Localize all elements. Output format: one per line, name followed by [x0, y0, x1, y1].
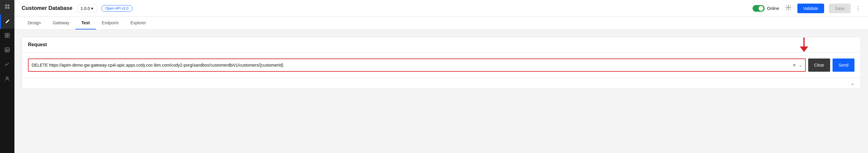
tab-endpoint[interactable]: Endpoint — [96, 17, 124, 29]
tab-test[interactable]: Test — [75, 17, 96, 29]
svg-rect-1 — [7, 4, 9, 6]
tab-gateway[interactable]: Gateway — [47, 17, 75, 29]
more-options-icon[interactable]: ⋮ — [856, 5, 861, 12]
url-input-wrapper: ✕ ⌄ — [28, 59, 806, 72]
settings-icon[interactable] — [784, 3, 793, 13]
svg-rect-8 — [5, 48, 9, 52]
svg-rect-0 — [5, 4, 7, 6]
svg-point-13 — [787, 7, 789, 8]
open-api-badge[interactable]: Open API v2.0 — [101, 5, 132, 12]
tab-explorer[interactable]: Explorer — [124, 17, 152, 29]
request-section: Request ✕ ⌄ — [22, 37, 861, 89]
sidebar-item-table[interactable] — [0, 43, 14, 58]
table-icon — [4, 47, 10, 54]
url-clear-icon[interactable]: ✕ — [792, 62, 797, 68]
version-dropdown[interactable]: 1.0.0 ▾ — [77, 4, 96, 12]
tab-design[interactable]: Design — [22, 17, 47, 29]
clear-button[interactable]: Clear — [808, 59, 830, 72]
arrow-indicator — [798, 37, 810, 54]
save-button[interactable]: Save — [829, 4, 850, 13]
svg-marker-15 — [800, 46, 808, 52]
url-input[interactable] — [32, 63, 792, 68]
header: Customer Database 1.0.0 ▾ Open API v2.0 … — [14, 0, 868, 17]
sidebar-item-home[interactable] — [0, 0, 14, 14]
url-row: ✕ ⌄ Clear Send — [28, 59, 855, 72]
svg-rect-6 — [5, 36, 7, 38]
sidebar-item-grid[interactable] — [0, 29, 14, 43]
sidebar-item-edit[interactable] — [0, 14, 14, 29]
online-label: Online — [767, 6, 779, 11]
tab-bar: Design Gateway Test Endpoint Explorer — [14, 17, 868, 30]
url-controls: ✕ ⌄ — [792, 62, 802, 68]
svg-rect-4 — [5, 33, 7, 35]
svg-rect-2 — [5, 7, 7, 9]
svg-rect-7 — [7, 36, 9, 38]
sidebar-item-chart[interactable] — [0, 58, 14, 72]
request-body: ✕ ⌄ Clear Send — [22, 52, 861, 78]
online-toggle-switch[interactable] — [752, 5, 765, 12]
users-icon — [4, 76, 10, 82]
content-area: Request ✕ ⌄ — [14, 30, 868, 153]
page-title: Customer Database — [22, 5, 72, 11]
validate-button[interactable]: Validate — [797, 4, 825, 13]
home-icon — [4, 4, 10, 10]
sidebar — [0, 0, 14, 153]
svg-point-12 — [6, 77, 8, 79]
url-chevron-icon[interactable]: ⌄ — [799, 63, 802, 68]
chart-icon — [4, 62, 10, 68]
svg-rect-3 — [7, 7, 9, 9]
collapse-icon[interactable]: ⌄ — [850, 80, 855, 86]
sidebar-item-users[interactable] — [0, 72, 14, 86]
request-section-title: Request — [22, 37, 861, 52]
chevron-down-icon: ▾ — [91, 6, 93, 11]
svg-rect-5 — [7, 33, 9, 35]
edit-icon — [5, 18, 10, 25]
send-button[interactable]: Send — [833, 59, 855, 72]
collapse-row: ⌄ — [22, 78, 861, 88]
main-content: Customer Database 1.0.0 ▾ Open API v2.0 … — [14, 0, 868, 153]
online-toggle: Online — [752, 5, 779, 12]
toggle-knob — [758, 6, 764, 11]
grid-icon — [4, 33, 10, 39]
version-label: 1.0.0 — [81, 6, 90, 11]
